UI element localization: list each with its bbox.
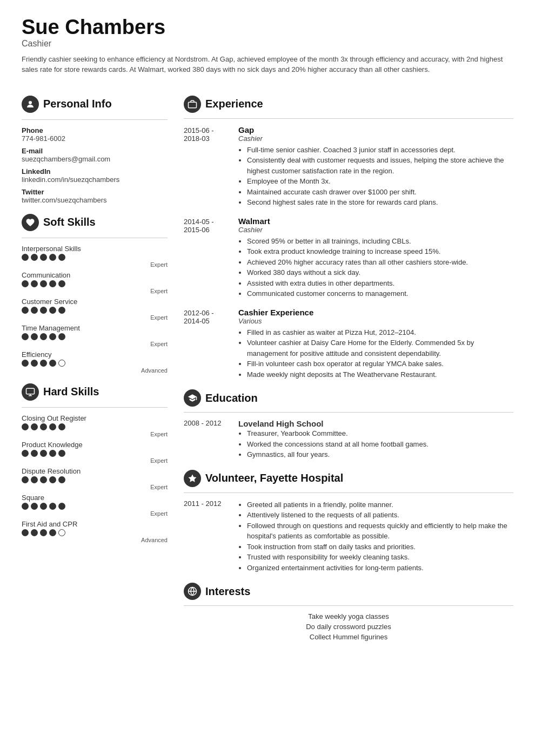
exp-bullets: Filled in as cashier as waiter at Pizza … (238, 327, 513, 380)
exp-role: Cashier (238, 226, 513, 234)
list-item: Communicated customer concerns to manage… (247, 288, 513, 299)
skill-dot (40, 476, 47, 483)
skill-name: Interpersonal Skills (22, 245, 168, 253)
list-item: Organized entertainment activities for l… (247, 563, 513, 573)
skill-dot (40, 307, 47, 314)
hard-skills-divider (22, 407, 168, 408)
skill-dot (31, 529, 38, 536)
skill-dot (40, 280, 47, 287)
list-item: Followed through on questions and reques… (247, 521, 513, 542)
exp-bullets: Scored 95% or better in all trainings, i… (238, 236, 513, 299)
candidate-title: Cashier (22, 39, 513, 49)
interests-list-container: Take weekly yoga classesDo daily crosswo… (184, 612, 513, 643)
list-item: Greeted all patients in a friendly, poli… (247, 500, 513, 510)
exp-company: Walmart (238, 217, 513, 226)
experience-entry: 2012-06 - 2014-05Cashier ExperienceVario… (184, 308, 513, 380)
skill-level: Expert (22, 431, 168, 437)
skill-dot (31, 280, 38, 287)
skill-dot (22, 450, 29, 457)
skill-dot (49, 503, 56, 510)
skill-level: Expert (22, 314, 168, 321)
skill-dots (22, 307, 168, 314)
skill-item: SquareExpert (22, 494, 168, 517)
education-divider (184, 412, 513, 413)
left-column: Personal Info Phone 774-981-6002 E-mail … (22, 86, 168, 644)
skill-dots (22, 333, 168, 340)
skill-level: Expert (22, 288, 168, 294)
soft-skills-header: Soft Skills (22, 214, 168, 231)
skill-dot (58, 307, 65, 314)
right-column: Experience 2015-06 - 2018-03GapCashierFu… (184, 86, 513, 644)
interests-header: Interests (184, 583, 513, 600)
phone-field: Phone 774-981-6002 (22, 126, 168, 143)
exp-bullets: Full-time senior cashier. Coached 3 juni… (238, 145, 513, 208)
skill-dot (49, 529, 56, 536)
volunteer-entry: 2011 - 2012 Greeted all patients in a fr… (184, 500, 513, 573)
exp-content: Cashier ExperienceVariousFilled in as ca… (238, 308, 513, 380)
list-item: Second highest sales rate in the store f… (247, 197, 513, 208)
volunteer-header: Volunteer, Fayette Hospital (184, 470, 513, 487)
list-item: Consistently deal with customer requests… (247, 155, 513, 176)
skill-dot (49, 254, 56, 261)
skill-dots (22, 529, 168, 536)
skill-name: Closing Out Register (22, 414, 168, 422)
skill-dot (49, 280, 56, 287)
experience-title: Experience (205, 98, 263, 110)
personal-info-title: Personal Info (43, 98, 112, 110)
skill-name: Dispute Resolution (22, 467, 168, 475)
list-item: Filled in as cashier as waiter at Pizza … (247, 327, 513, 338)
edu-content: Loveland High School Treasurer, Yearbook… (238, 419, 513, 460)
soft-skills-list: Interpersonal SkillsExpertCommunicationE… (22, 245, 168, 374)
exp-dates: 2012-06 - 2014-05 (184, 308, 230, 380)
skill-dot (31, 503, 38, 510)
skill-dot (22, 333, 29, 340)
skill-dot (40, 254, 47, 261)
skill-dot (58, 280, 65, 287)
experience-entries: 2015-06 - 2018-03GapCashierFull-time sen… (184, 125, 513, 380)
linkedin-value: linkedin.com/in/suezqchambers (22, 176, 168, 184)
skill-dot (40, 450, 47, 457)
personal-info-divider (22, 119, 168, 120)
skill-dot (58, 423, 65, 430)
list-item: Gymnastics, all four years. (247, 449, 513, 460)
personal-info-icon (22, 96, 39, 113)
skill-dot (40, 503, 47, 510)
education-title: Education (205, 392, 258, 404)
exp-role: Cashier (238, 134, 513, 143)
skill-dot (49, 333, 56, 340)
interest-item: Take weekly yoga classes (308, 612, 389, 620)
skill-dot (58, 450, 65, 457)
interest-item: Do daily crossword puzzles (306, 623, 391, 631)
skill-dot (22, 503, 29, 510)
skill-dots (22, 360, 168, 367)
skill-dot (58, 360, 65, 367)
experience-entry: 2014-05 - 2015-06WalmartCashierScored 95… (184, 217, 513, 299)
skill-dot (31, 423, 38, 430)
list-item: Volunteer cashier at Daisy Care Home for… (247, 338, 513, 359)
skill-dot (49, 476, 56, 483)
skill-dot (31, 333, 38, 340)
email-value: suezqchambers@gmail.com (22, 155, 168, 163)
skill-item: EfficiencyAdvanced (22, 350, 168, 374)
list-item: Made weekly night deposits at The Weathe… (247, 369, 513, 380)
skill-name: Product Knowledge (22, 441, 168, 449)
skill-dot (40, 529, 47, 536)
skill-dots (22, 450, 168, 457)
experience-entry: 2015-06 - 2018-03GapCashierFull-time sen… (184, 125, 513, 208)
skill-item: CommunicationExpert (22, 271, 168, 294)
skill-item: Interpersonal SkillsExpert (22, 245, 168, 268)
edu-bullets: Treasurer, Yearbook Committee.Worked the… (238, 428, 513, 460)
candidate-summary: Friendly cashier seeking to enhance effi… (22, 54, 513, 75)
list-item: Scored 95% or better in all trainings, i… (247, 236, 513, 247)
education-header: Education (184, 389, 513, 407)
two-column-layout: Personal Info Phone 774-981-6002 E-mail … (22, 86, 513, 644)
resume-container: Sue Chambers Cashier Friendly cashier se… (22, 16, 513, 643)
list-item: Took extra product knowledge training to… (247, 246, 513, 257)
experience-header: Experience (184, 96, 513, 113)
phone-label: Phone (22, 126, 168, 134)
soft-skills-title: Soft Skills (43, 216, 96, 228)
list-item: Took instruction from staff on daily tas… (247, 542, 513, 552)
interests-divider (184, 605, 513, 606)
skill-level: Advanced (22, 367, 168, 374)
experience-divider (184, 118, 513, 119)
